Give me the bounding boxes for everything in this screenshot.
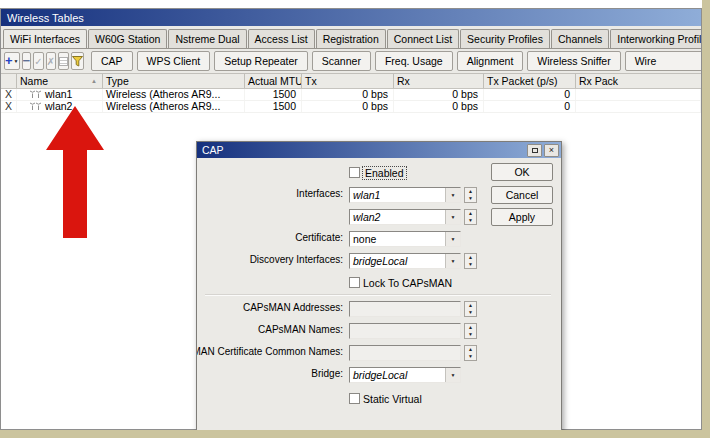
interface1-field-group: wlan1 ▼ ▲ ▼ bbox=[349, 186, 477, 203]
certificate-label: Certificate: bbox=[295, 232, 343, 243]
comment-button[interactable] bbox=[58, 52, 69, 70]
row-name: wlan1 bbox=[45, 89, 72, 100]
bridge-field-group: bridgeLocal ▼ bbox=[349, 366, 461, 383]
row-flag: X bbox=[1, 101, 17, 112]
lock-field-group: Lock To CAPsMAN bbox=[349, 274, 452, 291]
tab-nstreme-dual[interactable]: Nstreme Dual bbox=[168, 29, 246, 48]
tab-channels[interactable]: Channels bbox=[551, 29, 609, 48]
column-header-actual-mtu[interactable]: Actual MTU bbox=[245, 74, 302, 88]
close-icon: × bbox=[549, 146, 554, 155]
section-separator bbox=[205, 294, 551, 296]
enabled-checkbox[interactable] bbox=[349, 167, 360, 178]
interface1-combo[interactable]: wlan1 ▼ bbox=[349, 187, 461, 203]
discovery-updown[interactable]: ▲ ▼ bbox=[464, 253, 477, 269]
certificate-dropdown-button[interactable]: ▼ bbox=[445, 232, 460, 246]
tab-access-list[interactable]: Access List bbox=[248, 29, 315, 48]
dialog-titlebar[interactable]: CAP × bbox=[197, 142, 561, 158]
spin-down-icon[interactable]: ▼ bbox=[465, 331, 476, 338]
interface2-combo[interactable]: wlan2 ▼ bbox=[349, 209, 461, 225]
capsman-addresses-updown[interactable]: ▲ ▼ bbox=[464, 301, 477, 317]
cap-dialog: CAP × Enabled OK Cancel Apply Interfaces… bbox=[196, 141, 562, 438]
bridge-combo[interactable]: bridgeLocal ▼ bbox=[349, 367, 461, 383]
spin-down-icon[interactable]: ▼ bbox=[465, 353, 476, 360]
interface2-updown[interactable]: ▲ ▼ bbox=[464, 209, 477, 225]
certificate-value: none bbox=[350, 233, 445, 245]
comment-icon bbox=[59, 57, 68, 66]
wps-client-button[interactable]: WPS Client bbox=[137, 51, 211, 71]
static-virtual-checkbox[interactable] bbox=[349, 393, 360, 404]
column-header-tx-packet[interactable]: Tx Packet (p/s) bbox=[484, 74, 576, 88]
add-button[interactable]: + ▼ bbox=[4, 52, 20, 70]
enabled-field-group: Enabled bbox=[349, 164, 406, 181]
disable-button[interactable]: ✗ bbox=[46, 52, 56, 70]
certificate-row: Certificate: none ▼ bbox=[197, 230, 561, 247]
row-actual-mtu: 1500 bbox=[245, 101, 302, 112]
lock-to-capsman-checkbox[interactable] bbox=[349, 277, 360, 288]
row-name-cell: wlan1 bbox=[17, 89, 103, 100]
enable-button[interactable]: ✓ bbox=[33, 52, 43, 70]
row-tx: 0 bps bbox=[302, 89, 394, 100]
column-header-tx[interactable]: Tx bbox=[302, 74, 394, 88]
column-header-rx-packet[interactable]: Rx Pack bbox=[576, 74, 701, 88]
capsman-addresses-field[interactable] bbox=[349, 301, 461, 317]
alignment-button[interactable]: Alignment bbox=[457, 51, 524, 71]
close-button[interactable]: × bbox=[544, 144, 559, 157]
tab-registration[interactable]: Registration bbox=[316, 29, 386, 48]
window-titlebar[interactable]: Wireless Tables bbox=[1, 9, 701, 26]
row-rx-packet bbox=[576, 101, 701, 112]
bridge-dropdown-button[interactable]: ▼ bbox=[445, 368, 460, 382]
filter-button[interactable] bbox=[71, 52, 84, 70]
capsman-common-names-field[interactable] bbox=[349, 345, 461, 361]
spin-up-icon[interactable]: ▲ bbox=[465, 254, 476, 261]
discovery-field-group: bridgeLocal ▼ ▲ ▼ bbox=[349, 252, 477, 269]
wireless-snooper-button[interactable]: Wire bbox=[625, 51, 701, 71]
interfaces-row-2: wlan2 ▼ ▲ ▼ bbox=[197, 208, 561, 225]
spin-down-icon[interactable]: ▼ bbox=[465, 195, 476, 202]
spin-up-icon[interactable]: ▲ bbox=[465, 188, 476, 195]
column-header-name[interactable]: Name ▲ bbox=[17, 74, 103, 88]
ok-button[interactable]: OK bbox=[491, 163, 553, 181]
remove-button[interactable]: − bbox=[22, 52, 32, 70]
capsman-names-updown[interactable]: ▲ ▼ bbox=[464, 323, 477, 339]
capsman-names-field-group: ▲ ▼ bbox=[349, 322, 477, 339]
cap-button[interactable]: CAP bbox=[91, 51, 133, 71]
column-header-flags[interactable] bbox=[1, 74, 17, 88]
spin-down-icon[interactable]: ▼ bbox=[465, 309, 476, 316]
spin-up-icon[interactable]: ▲ bbox=[465, 210, 476, 217]
cap-dialog-body: Enabled OK Cancel Apply Interfaces: wlan… bbox=[197, 158, 561, 437]
scanner-button[interactable]: Scanner bbox=[312, 51, 371, 71]
wireless-sniffer-button[interactable]: Wireless Sniffer bbox=[527, 51, 620, 71]
capsman-names-field[interactable] bbox=[349, 323, 461, 339]
discovery-dropdown-button[interactable]: ▼ bbox=[445, 254, 460, 268]
column-header-rx[interactable]: Rx bbox=[394, 74, 484, 88]
column-header-name-label: Name bbox=[20, 75, 48, 88]
capsman-common-names-updown[interactable]: ▲ ▼ bbox=[464, 345, 477, 361]
spin-down-icon[interactable]: ▼ bbox=[465, 217, 476, 224]
tab-interworking-profiles[interactable]: Interworking Profiles bbox=[610, 29, 701, 48]
restore-button[interactable] bbox=[527, 144, 542, 157]
column-header-type[interactable]: Type bbox=[103, 74, 245, 88]
tab-security-profiles[interactable]: Security Profiles bbox=[460, 29, 550, 48]
spin-up-icon[interactable]: ▲ bbox=[465, 302, 476, 309]
setup-repeater-button[interactable]: Setup Repeater bbox=[214, 51, 308, 71]
discovery-interfaces-value: bridgeLocal bbox=[350, 255, 445, 267]
spin-down-icon[interactable]: ▼ bbox=[465, 261, 476, 268]
tab-wifi-interfaces[interactable]: WiFi Interfaces bbox=[3, 29, 87, 49]
tab-w60g-station[interactable]: W60G Station bbox=[88, 29, 167, 48]
interfaces-row-1: Interfaces: wlan1 ▼ ▲ ▼ bbox=[197, 186, 561, 203]
spin-up-icon[interactable]: ▲ bbox=[465, 346, 476, 353]
interface2-dropdown-button[interactable]: ▼ bbox=[445, 210, 460, 224]
interface1-dropdown-button[interactable]: ▼ bbox=[445, 188, 460, 202]
tab-connect-list[interactable]: Connect List bbox=[387, 29, 459, 48]
lock-to-capsman-row: Lock To CAPsMAN bbox=[197, 274, 561, 291]
static-virtual-field-group: Static Virtual bbox=[349, 390, 422, 407]
spin-up-icon[interactable]: ▲ bbox=[465, 324, 476, 331]
certificate-combo[interactable]: none ▼ bbox=[349, 231, 461, 247]
freq-usage-button[interactable]: Freq. Usage bbox=[375, 51, 453, 71]
table-row[interactable]: X wlan1 Wireless (Atheros AR9... 1500 0 … bbox=[1, 89, 701, 101]
discovery-interfaces-combo[interactable]: bridgeLocal ▼ bbox=[349, 253, 461, 269]
table-row[interactable]: X wlan2 Wireless (Atheros AR9... 1500 0 … bbox=[1, 101, 701, 113]
interface1-updown[interactable]: ▲ ▼ bbox=[464, 187, 477, 203]
capsman-names-label: CAPsMAN Names: bbox=[258, 324, 343, 335]
window-title: Wireless Tables bbox=[7, 12, 84, 24]
